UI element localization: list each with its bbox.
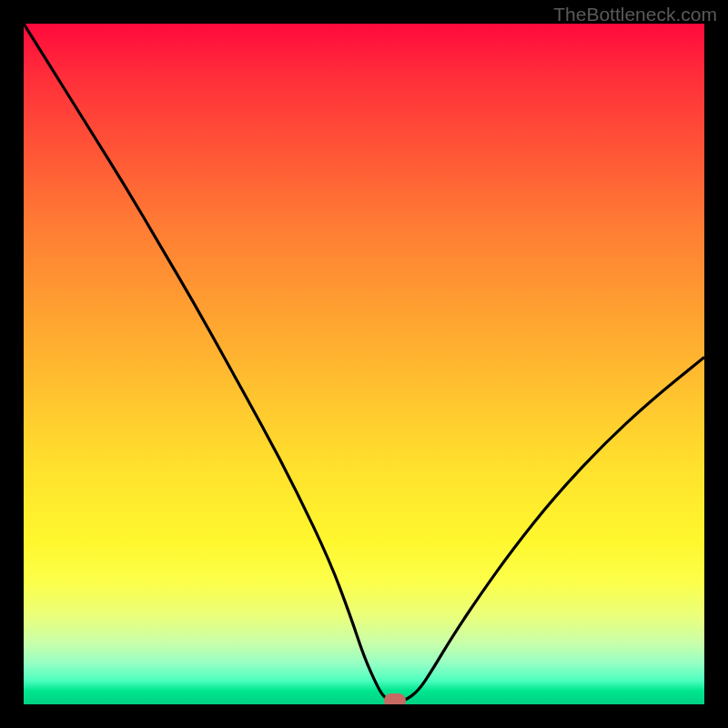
bottleneck-curve — [24, 24, 704, 704]
plot-area — [24, 24, 704, 704]
attribution-text: TheBottleneck.com — [553, 4, 717, 25]
minimum-marker — [384, 693, 406, 704]
